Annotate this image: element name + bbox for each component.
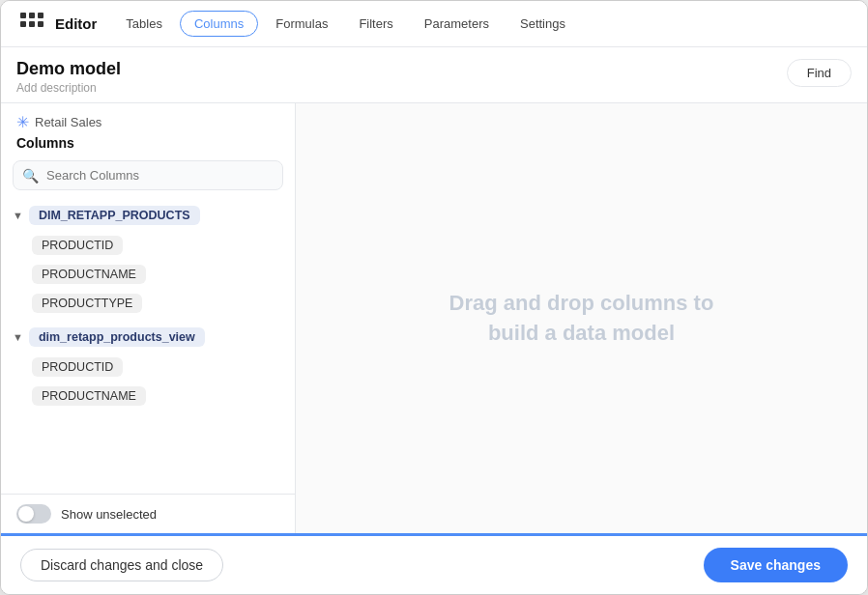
- main-split: ✳ Retail Sales Columns 🔍 ▼ DIM_RETAPP_PR…: [1, 103, 867, 533]
- content-area: Demo model Add description Find ✳ Retail…: [1, 47, 867, 533]
- drop-hint-line2: build a data model: [449, 319, 714, 349]
- svg-rect-5: [38, 21, 43, 27]
- save-button[interactable]: Save changes: [704, 548, 848, 582]
- svg-rect-4: [38, 13, 43, 18]
- group-label-1: DIM_RETAPP_PRODUCTS: [29, 206, 200, 225]
- item-label: PRODUCTNAME: [32, 265, 146, 284]
- item-label: PRODUCTTYPE: [32, 294, 142, 313]
- group-label-2: dim_retapp_products_view: [29, 327, 205, 347]
- list-item[interactable]: PRODUCTNAME: [20, 382, 295, 411]
- list-item[interactable]: PRODUCTID: [20, 231, 295, 260]
- action-bar: Discard changes and close Save changes: [1, 533, 867, 594]
- show-unselected-toggle[interactable]: [16, 504, 51, 524]
- tree-group-header-1[interactable]: ▼ DIM_RETAPP_PRODUCTS: [1, 200, 295, 231]
- search-input[interactable]: [13, 160, 283, 190]
- drop-hint-line1: Drag and drop columns to: [449, 289, 714, 319]
- logo-area: Editor: [16, 9, 97, 40]
- tree-group-1: ▼ DIM_RETAPP_PRODUCTS PRODUCTID PRODUCTN…: [1, 200, 295, 318]
- chevron-icon-1: ▼: [13, 210, 23, 221]
- toggle-knob: [18, 506, 34, 522]
- svg-rect-3: [29, 21, 35, 27]
- toggle-row: Show unselected: [1, 494, 295, 533]
- model-header: Demo model Add description Find: [1, 47, 867, 103]
- source-label: Retail Sales: [35, 115, 101, 129]
- chevron-icon-2: ▼: [13, 331, 23, 343]
- tab-formulas[interactable]: Formulas: [262, 11, 341, 37]
- discard-button[interactable]: Discard changes and close: [20, 549, 223, 581]
- list-item[interactable]: PRODUCTTYPE: [20, 289, 295, 318]
- tree-group-header-2[interactable]: ▼ dim_retapp_products_view: [1, 322, 295, 353]
- tree-group-2: ▼ dim_retapp_products_view PRODUCTID PRO…: [1, 322, 295, 411]
- panel-title: Columns: [1, 133, 295, 160]
- list-item[interactable]: PRODUCTNAME: [20, 260, 295, 289]
- item-label: PRODUCTID: [32, 357, 123, 377]
- app-logo-icon: [16, 9, 47, 40]
- item-label: PRODUCTNAME: [32, 386, 146, 406]
- drop-hint: Drag and drop columns to build a data mo…: [449, 289, 714, 349]
- find-button[interactable]: Find: [787, 59, 852, 87]
- toggle-label: Show unselected: [61, 507, 157, 522]
- tab-tables[interactable]: Tables: [112, 11, 176, 37]
- list-item[interactable]: PRODUCTID: [20, 353, 295, 382]
- item-label: PRODUCTID: [32, 236, 123, 255]
- model-name: Demo model: [16, 59, 121, 79]
- model-info: Demo model Add description: [16, 59, 121, 95]
- main-window: Editor Tables Columns Formulas Filters P…: [0, 0, 868, 595]
- search-box: 🔍: [13, 160, 283, 190]
- search-icon: 🔍: [22, 168, 39, 184]
- tree-items-1: PRODUCTID PRODUCTNAME PRODUCTTYPE: [1, 231, 295, 318]
- top-nav-bar: Editor Tables Columns Formulas Filters P…: [1, 1, 867, 47]
- column-tree: ▼ DIM_RETAPP_PRODUCTS PRODUCTID PRODUCTN…: [1, 200, 295, 494]
- left-panel: ✳ Retail Sales Columns 🔍 ▼ DIM_RETAPP_PR…: [1, 103, 296, 533]
- right-drop-panel[interactable]: Drag and drop columns to build a data mo…: [296, 103, 867, 533]
- app-title: Editor: [55, 15, 97, 32]
- panel-source: ✳ Retail Sales: [1, 103, 295, 133]
- svg-rect-0: [20, 13, 26, 18]
- svg-rect-2: [20, 21, 26, 27]
- svg-rect-1: [29, 13, 35, 18]
- snowflake-icon: ✳: [16, 113, 29, 131]
- tab-filters[interactable]: Filters: [345, 11, 406, 37]
- tab-settings[interactable]: Settings: [506, 11, 579, 37]
- nav-tabs: Tables Columns Formulas Filters Paramete…: [112, 11, 579, 37]
- model-description[interactable]: Add description: [16, 81, 121, 95]
- tab-parameters[interactable]: Parameters: [411, 11, 503, 37]
- tab-columns[interactable]: Columns: [180, 11, 258, 37]
- tree-items-2: PRODUCTID PRODUCTNAME: [1, 353, 295, 411]
